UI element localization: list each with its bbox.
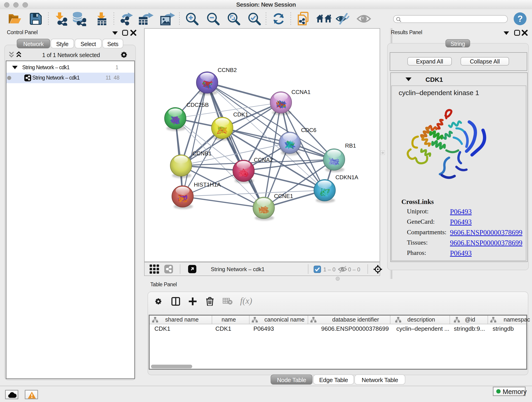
svg-text:RB1: RB1 xyxy=(345,143,356,149)
svg-text:CCNA1: CCNA1 xyxy=(291,89,310,95)
svg-text:CDKN1A: CDKN1A xyxy=(336,174,358,180)
svg-text:CCNB2: CCNB2 xyxy=(218,67,237,73)
svg-text:CDC25B: CDC25B xyxy=(186,102,209,108)
svg-text:CDK1: CDK1 xyxy=(233,111,248,118)
svg-text:CCNA2: CCNA2 xyxy=(254,157,273,163)
svg-text:CCNB1: CCNB1 xyxy=(192,150,211,157)
svg-text:CDC6: CDC6 xyxy=(301,127,317,133)
svg-text:CCNE1: CCNE1 xyxy=(274,193,293,199)
svg-text:?: ? xyxy=(517,14,523,24)
svg-text:HIST1H1A: HIST1H1A xyxy=(194,182,221,188)
